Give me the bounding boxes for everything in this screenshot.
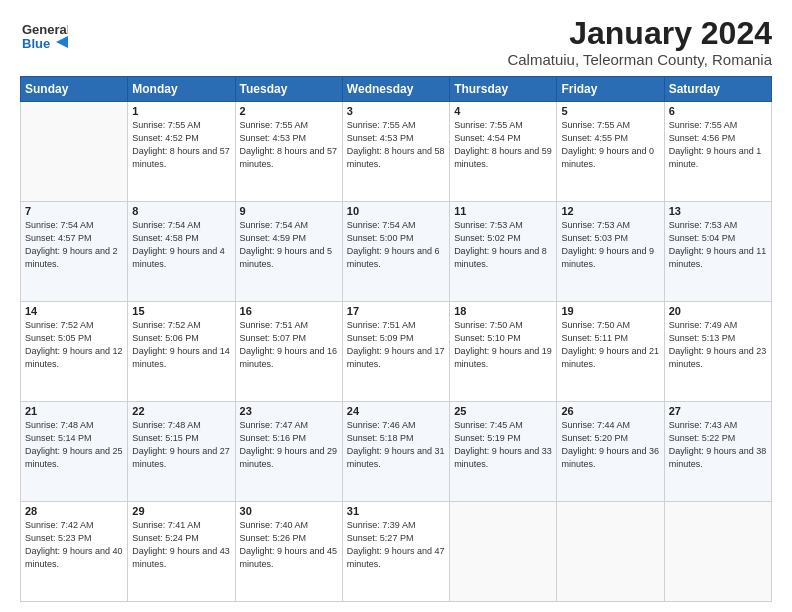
day-info: Sunrise: 7:49 AMSunset: 5:13 PMDaylight:… [669, 319, 767, 371]
day-info: Sunrise: 7:53 AMSunset: 5:03 PMDaylight:… [561, 219, 659, 271]
col-header-wednesday: Wednesday [342, 77, 449, 102]
calendar-cell: 13Sunrise: 7:53 AMSunset: 5:04 PMDayligh… [664, 202, 771, 302]
day-number: 6 [669, 105, 767, 117]
calendar-cell: 8Sunrise: 7:54 AMSunset: 4:58 PMDaylight… [128, 202, 235, 302]
calendar-cell: 10Sunrise: 7:54 AMSunset: 5:00 PMDayligh… [342, 202, 449, 302]
col-header-friday: Friday [557, 77, 664, 102]
day-number: 30 [240, 505, 338, 517]
day-info: Sunrise: 7:47 AMSunset: 5:16 PMDaylight:… [240, 419, 338, 471]
day-number: 13 [669, 205, 767, 217]
calendar-cell [450, 502, 557, 602]
day-number: 15 [132, 305, 230, 317]
day-info: Sunrise: 7:55 AMSunset: 4:55 PMDaylight:… [561, 119, 659, 171]
calendar-cell: 30Sunrise: 7:40 AMSunset: 5:26 PMDayligh… [235, 502, 342, 602]
calendar-cell: 23Sunrise: 7:47 AMSunset: 5:16 PMDayligh… [235, 402, 342, 502]
day-info: Sunrise: 7:43 AMSunset: 5:22 PMDaylight:… [669, 419, 767, 471]
day-number: 21 [25, 405, 123, 417]
svg-marker-2 [56, 36, 68, 48]
day-info: Sunrise: 7:53 AMSunset: 5:02 PMDaylight:… [454, 219, 552, 271]
day-info: Sunrise: 7:55 AMSunset: 4:53 PMDaylight:… [240, 119, 338, 171]
day-number: 9 [240, 205, 338, 217]
day-info: Sunrise: 7:50 AMSunset: 5:11 PMDaylight:… [561, 319, 659, 371]
day-number: 3 [347, 105, 445, 117]
calendar-cell: 18Sunrise: 7:50 AMSunset: 5:10 PMDayligh… [450, 302, 557, 402]
day-number: 20 [669, 305, 767, 317]
calendar-cell: 6Sunrise: 7:55 AMSunset: 4:56 PMDaylight… [664, 102, 771, 202]
calendar-page: General Blue January 2024 Calmatuiu, Tel… [0, 0, 792, 612]
calendar-cell: 27Sunrise: 7:43 AMSunset: 5:22 PMDayligh… [664, 402, 771, 502]
day-number: 29 [132, 505, 230, 517]
calendar-cell: 16Sunrise: 7:51 AMSunset: 5:07 PMDayligh… [235, 302, 342, 402]
day-info: Sunrise: 7:39 AMSunset: 5:27 PMDaylight:… [347, 519, 445, 571]
day-info: Sunrise: 7:42 AMSunset: 5:23 PMDaylight:… [25, 519, 123, 571]
day-number: 18 [454, 305, 552, 317]
col-header-tuesday: Tuesday [235, 77, 342, 102]
calendar-cell: 20Sunrise: 7:49 AMSunset: 5:13 PMDayligh… [664, 302, 771, 402]
calendar-cell: 2Sunrise: 7:55 AMSunset: 4:53 PMDaylight… [235, 102, 342, 202]
day-number: 11 [454, 205, 552, 217]
day-number: 16 [240, 305, 338, 317]
day-info: Sunrise: 7:55 AMSunset: 4:53 PMDaylight:… [347, 119, 445, 171]
calendar-cell: 26Sunrise: 7:44 AMSunset: 5:20 PMDayligh… [557, 402, 664, 502]
calendar-cell: 5Sunrise: 7:55 AMSunset: 4:55 PMDaylight… [557, 102, 664, 202]
calendar-cell: 28Sunrise: 7:42 AMSunset: 5:23 PMDayligh… [21, 502, 128, 602]
col-header-monday: Monday [128, 77, 235, 102]
day-number: 24 [347, 405, 445, 417]
day-info: Sunrise: 7:55 AMSunset: 4:52 PMDaylight:… [132, 119, 230, 171]
day-info: Sunrise: 7:51 AMSunset: 5:09 PMDaylight:… [347, 319, 445, 371]
calendar-cell [21, 102, 128, 202]
day-number: 4 [454, 105, 552, 117]
calendar-cell: 9Sunrise: 7:54 AMSunset: 4:59 PMDaylight… [235, 202, 342, 302]
day-number: 8 [132, 205, 230, 217]
col-header-thursday: Thursday [450, 77, 557, 102]
header: General Blue January 2024 Calmatuiu, Tel… [20, 16, 772, 68]
day-number: 2 [240, 105, 338, 117]
day-number: 19 [561, 305, 659, 317]
day-number: 25 [454, 405, 552, 417]
calendar-cell: 15Sunrise: 7:52 AMSunset: 5:06 PMDayligh… [128, 302, 235, 402]
day-info: Sunrise: 7:50 AMSunset: 5:10 PMDaylight:… [454, 319, 552, 371]
day-info: Sunrise: 7:55 AMSunset: 4:56 PMDaylight:… [669, 119, 767, 171]
calendar-cell: 3Sunrise: 7:55 AMSunset: 4:53 PMDaylight… [342, 102, 449, 202]
day-number: 26 [561, 405, 659, 417]
calendar-cell: 31Sunrise: 7:39 AMSunset: 5:27 PMDayligh… [342, 502, 449, 602]
calendar-cell: 24Sunrise: 7:46 AMSunset: 5:18 PMDayligh… [342, 402, 449, 502]
calendar-cell: 14Sunrise: 7:52 AMSunset: 5:05 PMDayligh… [21, 302, 128, 402]
calendar-cell: 12Sunrise: 7:53 AMSunset: 5:03 PMDayligh… [557, 202, 664, 302]
day-info: Sunrise: 7:52 AMSunset: 5:06 PMDaylight:… [132, 319, 230, 371]
calendar-cell [664, 502, 771, 602]
day-number: 22 [132, 405, 230, 417]
day-info: Sunrise: 7:52 AMSunset: 5:05 PMDaylight:… [25, 319, 123, 371]
day-info: Sunrise: 7:48 AMSunset: 5:15 PMDaylight:… [132, 419, 230, 471]
day-info: Sunrise: 7:51 AMSunset: 5:07 PMDaylight:… [240, 319, 338, 371]
day-info: Sunrise: 7:44 AMSunset: 5:20 PMDaylight:… [561, 419, 659, 471]
day-info: Sunrise: 7:46 AMSunset: 5:18 PMDaylight:… [347, 419, 445, 471]
day-number: 14 [25, 305, 123, 317]
calendar-table: SundayMondayTuesdayWednesdayThursdayFrid… [20, 76, 772, 602]
day-number: 17 [347, 305, 445, 317]
day-info: Sunrise: 7:40 AMSunset: 5:26 PMDaylight:… [240, 519, 338, 571]
col-header-saturday: Saturday [664, 77, 771, 102]
svg-text:General: General [22, 22, 68, 37]
svg-text:Blue: Blue [22, 36, 50, 51]
location: Calmatuiu, Teleorman County, Romania [507, 51, 772, 68]
logo-icon: General Blue [20, 16, 68, 60]
day-info: Sunrise: 7:45 AMSunset: 5:19 PMDaylight:… [454, 419, 552, 471]
day-info: Sunrise: 7:54 AMSunset: 4:59 PMDaylight:… [240, 219, 338, 271]
calendar-cell: 11Sunrise: 7:53 AMSunset: 5:02 PMDayligh… [450, 202, 557, 302]
day-number: 7 [25, 205, 123, 217]
calendar-cell: 29Sunrise: 7:41 AMSunset: 5:24 PMDayligh… [128, 502, 235, 602]
title-block: January 2024 Calmatuiu, Teleorman County… [507, 16, 772, 68]
calendar-cell: 7Sunrise: 7:54 AMSunset: 4:57 PMDaylight… [21, 202, 128, 302]
day-info: Sunrise: 7:53 AMSunset: 5:04 PMDaylight:… [669, 219, 767, 271]
day-number: 27 [669, 405, 767, 417]
day-number: 31 [347, 505, 445, 517]
day-number: 12 [561, 205, 659, 217]
day-info: Sunrise: 7:55 AMSunset: 4:54 PMDaylight:… [454, 119, 552, 171]
day-number: 5 [561, 105, 659, 117]
calendar-cell: 19Sunrise: 7:50 AMSunset: 5:11 PMDayligh… [557, 302, 664, 402]
col-header-sunday: Sunday [21, 77, 128, 102]
day-number: 28 [25, 505, 123, 517]
calendar-cell: 22Sunrise: 7:48 AMSunset: 5:15 PMDayligh… [128, 402, 235, 502]
calendar-cell: 17Sunrise: 7:51 AMSunset: 5:09 PMDayligh… [342, 302, 449, 402]
